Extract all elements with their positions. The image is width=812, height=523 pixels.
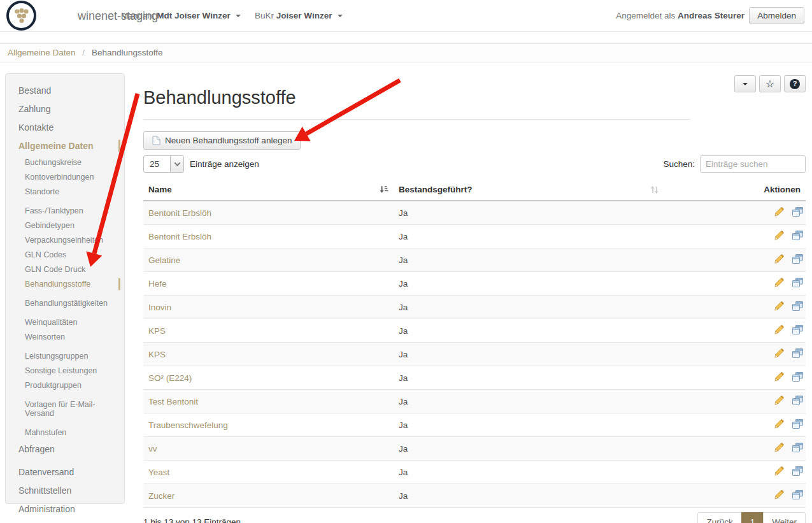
- sidebar-item-label: GLN Codes: [25, 250, 66, 259]
- sidebar-item-behandlungstätigkeiten[interactable]: Behandlungstätigkeiten: [6, 296, 124, 310]
- sidebar-item-kontoverbindungen[interactable]: Kontoverbindungen: [6, 169, 124, 184]
- sort-both-icon: [650, 185, 659, 194]
- sidebar-item-gln-codes[interactable]: GLN Codes: [6, 247, 124, 262]
- sidebar-item-label: Verpackungseinheiten: [25, 236, 103, 245]
- copy-icon[interactable]: [792, 490, 803, 501]
- column-header-bestandsgefuehrt[interactable]: Bestandsgeführt?: [394, 180, 664, 201]
- row-name-link[interactable]: vv: [148, 444, 157, 454]
- sidebar-item-mahnstufen[interactable]: Mahnstufen: [6, 425, 124, 440]
- copy-icon[interactable]: [792, 348, 803, 360]
- sidebar-item-leistungsgruppen[interactable]: Leistungsgruppen: [6, 348, 124, 363]
- sidebar-item-verpackungseinheiten[interactable]: Verpackungseinheiten: [6, 233, 124, 247]
- data-table: Name Bestandsgeführt?: [143, 180, 806, 508]
- breadcrumb: Allgemeine Daten / Behandlungsstoffe: [0, 43, 812, 62]
- edit-pencil-icon[interactable]: [774, 466, 784, 478]
- row-name-link[interactable]: KPS: [148, 326, 166, 336]
- pagination-prev-button[interactable]: Zurück: [697, 512, 741, 523]
- edit-pencil-icon[interactable]: [774, 443, 784, 454]
- row-name-link[interactable]: Traubenschwefelung: [148, 420, 228, 430]
- sidebar-item-kontakte[interactable]: Kontakte: [6, 118, 124, 136]
- breadcrumb-current: Behandlungsstoffe: [92, 48, 163, 57]
- column-header-name[interactable]: Name: [143, 180, 394, 201]
- table-row: Bentonit Erbslöh Ja: [143, 225, 806, 248]
- logout-button[interactable]: Abmelden: [749, 7, 804, 24]
- row-name-link[interactable]: Gelatine: [148, 255, 180, 265]
- edit-pencil-icon[interactable]: [774, 372, 784, 383]
- copy-icon[interactable]: [792, 231, 803, 242]
- row-name-link[interactable]: Bentonit Erbslöh: [148, 208, 211, 218]
- help-button[interactable]: ?: [784, 75, 806, 92]
- sort-asc-icon: [380, 185, 388, 194]
- sidebar-item-vorlagen-für-e-mail-versand[interactable]: Vorlagen für E-Mail-Versand: [6, 397, 124, 420]
- sidebar-item-label: Allgemeine Daten: [18, 141, 93, 151]
- sidebar-item-label: Behandlungsstoffe: [25, 280, 90, 289]
- copy-icon[interactable]: [792, 419, 803, 431]
- copy-icon[interactable]: [792, 301, 803, 313]
- copy-icon[interactable]: [792, 254, 803, 266]
- create-new-button[interactable]: Neuen Behandlungsstoff anlegen: [143, 131, 301, 150]
- copy-icon[interactable]: [792, 396, 803, 407]
- row-name-link[interactable]: Zucker: [148, 491, 175, 501]
- copy-icon[interactable]: [792, 372, 803, 383]
- edit-pencil-icon[interactable]: [774, 231, 784, 242]
- pagination-next-button[interactable]: Weiter: [763, 512, 806, 523]
- sidebar-item-gln-code-druck[interactable]: GLN Code Druck: [6, 262, 124, 276]
- help-icon: ?: [790, 79, 800, 89]
- pagination-page-1-button[interactable]: 1: [741, 512, 764, 523]
- sidebar-item-standorte[interactable]: Standorte: [6, 184, 124, 199]
- row-name-link[interactable]: Hefe: [148, 279, 167, 289]
- row-bestandsgefuehrt-value: Ja: [394, 296, 664, 319]
- sidebar-item-datenversand[interactable]: Datenversand: [6, 462, 124, 481]
- sidebar-item-bestand[interactable]: Bestand: [6, 81, 124, 99]
- sidebar-item-allgemeine-daten[interactable]: Allgemeine Daten: [6, 136, 124, 155]
- edit-pencil-icon[interactable]: [774, 301, 784, 313]
- table-row: KPS Ja: [143, 343, 806, 366]
- star-icon: ☆: [766, 79, 774, 89]
- sidebar-item-zahlung[interactable]: Zahlung: [6, 99, 124, 118]
- row-bestandsgefuehrt-value: Ja: [394, 484, 664, 508]
- table-row: vv Ja: [143, 437, 806, 461]
- edit-pencil-icon[interactable]: [774, 254, 784, 266]
- copy-icon[interactable]: [792, 466, 803, 478]
- page-length-select[interactable]: 25: [143, 155, 184, 173]
- edit-pencil-icon[interactable]: [774, 207, 784, 219]
- sidebar-item-weinqualitäten[interactable]: Weinqualitäten: [6, 315, 124, 329]
- row-name-link[interactable]: Bentonit Erbslöh: [148, 232, 211, 241]
- bukr-dropdown[interactable]: BuKr Joiser Winzer: [255, 0, 343, 32]
- options-dropdown-button[interactable]: [734, 75, 756, 92]
- table-row: KPS Ja: [143, 319, 806, 343]
- row-name-link[interactable]: Inovin: [148, 303, 171, 312]
- row-bestandsgefuehrt-value: Ja: [394, 437, 664, 461]
- edit-pencil-icon[interactable]: [774, 490, 784, 501]
- search-input[interactable]: [700, 155, 806, 173]
- sidebar-item-label: Kontakte: [18, 122, 53, 133]
- breadcrumb-parent-link[interactable]: Allgemeine Daten: [8, 48, 76, 57]
- edit-pencil-icon[interactable]: [774, 278, 784, 289]
- sidebar-item-behandlungsstoffe[interactable]: Behandlungsstoffe: [6, 276, 124, 291]
- row-name-link[interactable]: KPS: [148, 350, 166, 359]
- copy-icon[interactable]: [792, 207, 803, 219]
- row-name-link[interactable]: SO² (E224): [148, 373, 192, 383]
- sidebar-item-abfragen[interactable]: Abfragen: [6, 440, 124, 458]
- top-header: winenet-staging Mandant Mdt Joiser Winze…: [0, 0, 812, 32]
- edit-pencil-icon[interactable]: [774, 348, 784, 360]
- sidebar-item-fass-tanktypen[interactable]: Fass-/Tanktypen: [6, 203, 124, 218]
- row-name-link[interactable]: Test Bentonit: [148, 397, 198, 406]
- mandant-dropdown[interactable]: Mandant Mdt Joiser Winzer: [121, 0, 241, 32]
- row-name-link[interactable]: Yeast: [148, 468, 169, 477]
- sidebar-item-sonstige-leistungen[interactable]: Sonstige Leistungen: [6, 363, 124, 378]
- sidebar-item-buchungskreise[interactable]: Buchungskreise: [6, 155, 124, 169]
- sidebar-item-weinsorten[interactable]: Weinsorten: [6, 329, 124, 344]
- edit-pencil-icon[interactable]: [774, 396, 784, 407]
- edit-pencil-icon[interactable]: [774, 419, 784, 431]
- sidebar-item-gebindetypen[interactable]: Gebindetypen: [6, 218, 124, 233]
- favorite-button[interactable]: ☆: [759, 75, 781, 92]
- page-toolbar: ☆ ?: [734, 75, 806, 92]
- sidebar-item-produktgruppen[interactable]: Produktgruppen: [6, 378, 124, 392]
- copy-icon[interactable]: [792, 278, 803, 289]
- edit-pencil-icon[interactable]: [774, 325, 784, 336]
- sidebar-item-schnittstellen[interactable]: Schnittstellen: [6, 481, 124, 499]
- copy-icon[interactable]: [792, 443, 803, 454]
- copy-icon[interactable]: [792, 325, 803, 336]
- sidebar-item-administration[interactable]: Administration: [6, 499, 124, 518]
